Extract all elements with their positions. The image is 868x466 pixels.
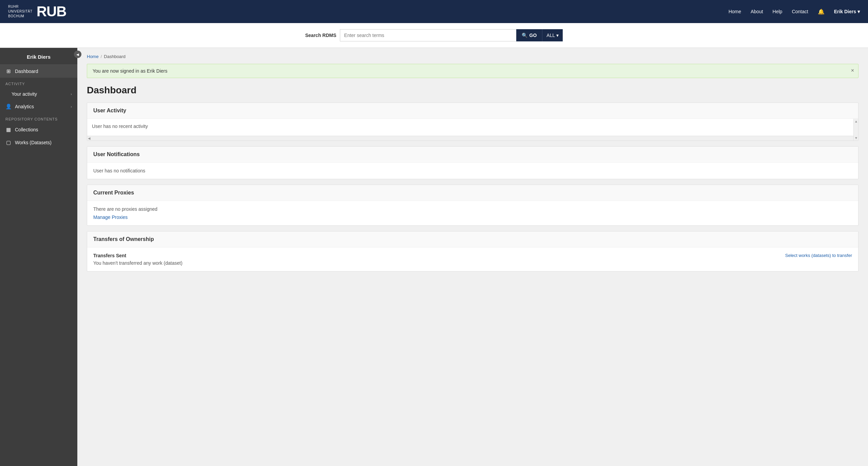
nav-contact[interactable]: Contact [792,9,808,14]
current-proxies-header: Current Proxies [87,185,858,201]
activity-section-label: ACTIVITY [0,78,77,88]
nav-home[interactable]: Home [729,9,741,14]
transfers-sent-label: Transfers Sent [93,253,182,258]
collections-icon: ▦ [5,127,12,133]
search-go-button[interactable]: 🔍 GO [516,29,542,41]
search-input[interactable] [340,29,516,41]
chevron-right-icon: › [71,92,72,96]
alert-close-button[interactable]: × [851,68,854,74]
all-label: ALL [546,33,555,38]
logo-area: RUHR UNIVERSITÄT BOCHUM RUB [8,3,66,20]
sidebar-toggle-button[interactable]: ◀ [74,51,81,58]
scroll-up-arrow[interactable]: ▲ [854,119,857,123]
go-label: GO [529,33,537,38]
scroll-down-arrow[interactable]: ▼ [854,136,857,140]
current-proxies-title: Current Proxies [93,190,134,196]
scroll-left-arrow[interactable]: ◀ [88,136,91,140]
search-all-button[interactable]: ALL ▾ [542,29,563,41]
search-input-wrapper: 🔍 GO ALL ▾ [340,29,563,41]
dashboard-label: Dashboard [15,69,72,74]
search-icon: 🔍 [522,33,527,38]
your-activity-label: Your activity [5,91,67,97]
user-notifications-section: User Notifications User has no notificat… [87,146,859,179]
main-nav: Home About Help Contact 🔔 Erik Diers ▾ [729,8,860,15]
breadcrumb-current: Dashboard [104,54,126,59]
chevron-down-icon: ▾ [556,33,559,38]
transfers-title: Transfers of Ownership [93,236,154,242]
analytics-label: Analytics [15,104,67,109]
horizontal-scrollbar[interactable]: ◀ ▶ [87,136,858,141]
current-proxies-body: There are no proxies assigned Manage Pro… [87,201,858,225]
sidebar-user-name: Erik Diers [0,48,77,65]
vertical-scrollbar[interactable]: ▲ ▼ [853,119,858,141]
analytics-icon: 👤 [5,104,12,110]
collections-label: Collections [15,127,72,132]
works-icon: ▢ [5,139,12,146]
transfers-sent-message: You haven't transferred any work (datase… [93,260,182,266]
university-text: RUHR UNIVERSITÄT BOCHUM [8,4,33,19]
user-name-display: Erik Diers [834,9,856,14]
user-notifications-body: User has no notifications [87,163,858,179]
user-activity-header: User Activity [87,103,858,119]
transfers-header: Transfers of Ownership [87,231,858,247]
current-proxies-section: Current Proxies There are no proxies ass… [87,185,859,226]
manage-proxies-link[interactable]: Manage Proxies [93,215,128,220]
dashboard-icon: ⊞ [5,68,12,74]
sidebar-item-collections[interactable]: ▦ Collections [0,123,77,136]
transfers-sent-left: Transfers Sent You haven't transferred a… [93,253,182,266]
alert-message: You are now signed in as Erik Diers [93,68,168,74]
works-label: Works (Datasets) [15,140,72,145]
breadcrumb: Home / Dashboard [87,54,859,59]
breadcrumb-separator: / [101,54,102,59]
chevron-down-icon: ▾ [857,9,860,14]
nav-about[interactable]: About [751,9,763,14]
success-alert: You are now signed in as Erik Diers × [87,64,859,78]
user-activity-section: User Activity User has no recent activit… [87,102,859,141]
transfers-section: Transfers of Ownership Transfers Sent Yo… [87,231,859,272]
search-label: Search RDMS [305,33,336,38]
select-works-link[interactable]: Select works (datasets) to transfer [785,253,852,258]
notifications-bell-icon[interactable]: 🔔 [818,8,825,15]
user-notifications-title: User Notifications [93,151,140,157]
nav-help[interactable]: Help [773,9,783,14]
proxies-empty-message: There are no proxies assigned [93,206,852,212]
university-name: RUHR UNIVERSITÄT BOCHUM [8,4,33,19]
sidebar-item-your-activity[interactable]: Your activity › [0,88,77,100]
user-activity-content: User has no recent activity [87,119,858,136]
notifications-empty-message: User has no notifications [93,168,145,173]
user-activity-title: User Activity [93,108,126,114]
main-content: Home / Dashboard You are now signed in a… [77,48,868,466]
activity-empty-message: User has no recent activity [92,124,148,129]
rub-logo: RUB [37,3,66,20]
transfers-sent-area: Transfers Sent You haven't transferred a… [93,253,852,266]
page-title: Dashboard [87,85,859,96]
sidebar-item-dashboard[interactable]: ⊞ Dashboard [0,65,77,78]
sidebar: ◀ Erik Diers ⊞ Dashboard ACTIVITY Your a… [0,48,77,466]
sidebar-item-analytics[interactable]: 👤 Analytics › [0,100,77,113]
sidebar-item-works[interactable]: ▢ Works (Datasets) [0,136,77,149]
repo-section-label: REPOSITORY CONTENTS [0,113,77,123]
user-notifications-header: User Notifications [87,147,858,163]
transfers-body: Transfers Sent You haven't transferred a… [87,247,858,271]
user-menu[interactable]: Erik Diers ▾ [834,9,860,14]
breadcrumb-home[interactable]: Home [87,54,99,59]
user-activity-body: User has no recent activity ▲ ▼ ◀ ▶ [87,119,858,141]
main-layout: ◀ Erik Diers ⊞ Dashboard ACTIVITY Your a… [0,48,868,466]
chevron-right-icon: › [71,105,72,109]
top-navigation: RUHR UNIVERSITÄT BOCHUM RUB Home About H… [0,0,868,23]
search-bar: Search RDMS 🔍 GO ALL ▾ [0,23,868,48]
